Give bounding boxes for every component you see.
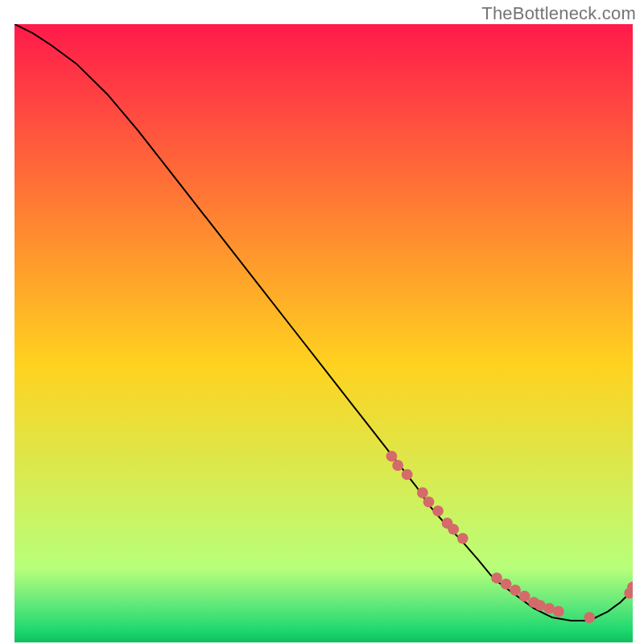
chart-frame: { "watermark": "TheBottleneck.com", "col…	[0, 0, 644, 644]
data-point	[584, 612, 595, 623]
data-point	[386, 451, 398, 462]
data-point	[402, 469, 413, 481]
data-point	[501, 579, 512, 590]
markers-group	[386, 451, 633, 623]
data-point	[553, 606, 564, 617]
data-point	[423, 497, 435, 508]
data-point	[417, 487, 428, 498]
data-point	[510, 584, 521, 596]
watermark-text: TheBottleneck.com	[481, 3, 636, 24]
data-point	[448, 524, 459, 535]
data-point	[491, 572, 502, 584]
data-point	[432, 506, 444, 517]
data-overlay	[14, 24, 633, 633]
curve-line	[14, 24, 633, 621]
data-point	[519, 591, 530, 602]
plot-area	[14, 24, 633, 633]
data-point	[457, 533, 469, 544]
data-point	[392, 460, 403, 471]
